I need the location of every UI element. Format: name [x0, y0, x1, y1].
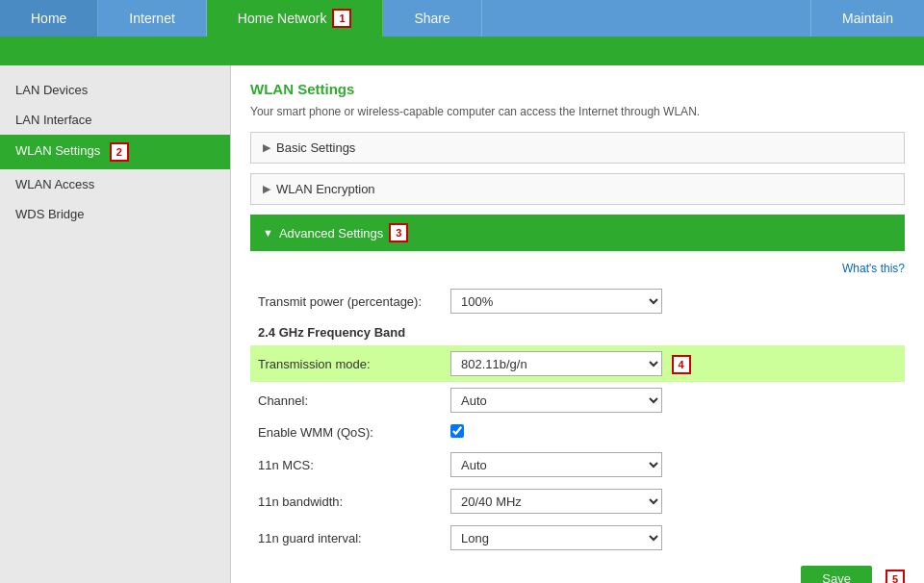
transmit-power-value-cell: 100% [443, 283, 905, 319]
step-badge-4: 4 [672, 355, 691, 374]
row-freq-band: 2.4 GHz Frequency Band [250, 319, 905, 345]
section-basic-settings[interactable]: ▶ Basic Settings [250, 132, 905, 164]
tab-home-network-label: Home Network [238, 11, 327, 26]
mcs-label: 11n MCS: [250, 446, 443, 483]
sidebar-item-lan-devices[interactable]: LAN Devices [0, 75, 230, 105]
guard-select[interactable]: Long [450, 525, 662, 550]
save-button[interactable]: Save [801, 566, 872, 583]
sub-header [0, 37, 924, 65]
sidebar-item-wlan-settings-label: WLAN Settings [15, 143, 100, 158]
sidebar-item-lan-interface[interactable]: LAN Interface [0, 105, 230, 135]
row-bandwidth: 11n bandwidth: 20/40 MHz [250, 483, 905, 520]
transmission-mode-value-cell: 802.11b/g/n 4 [443, 345, 905, 382]
freq-band-label: 2.4 GHz Frequency Band [250, 319, 905, 345]
page-title: WLAN Settings [250, 81, 905, 97]
sidebar: LAN Devices LAN Interface WLAN Settings … [0, 65, 231, 583]
step-badge-5: 5 [886, 570, 905, 584]
channel-value-cell: Auto [443, 382, 905, 418]
content-area: WLAN Settings Your smart phone or wirele… [231, 65, 924, 583]
settings-form: Transmit power (percentage): 100% 2.4 GH… [250, 283, 905, 556]
row-guard-interval: 11n guard interval: Long [250, 520, 905, 556]
channel-select[interactable]: Auto [450, 388, 662, 413]
step-badge-3: 3 [389, 223, 408, 242]
transmit-power-select[interactable]: 100% [450, 289, 662, 314]
arrow-icon-advanced: ▼ [263, 227, 273, 239]
channel-label: Channel: [250, 382, 443, 418]
arrow-icon-encryption: ▶ [263, 183, 270, 195]
sidebar-item-wlan-settings[interactable]: WLAN Settings 2 [0, 135, 230, 169]
whats-this-container: What's this? [250, 261, 905, 275]
bandwidth-value-cell: 20/40 MHz [443, 483, 905, 520]
bandwidth-select[interactable]: 20/40 MHz [450, 489, 662, 514]
row-wmm: Enable WMM (QoS): [250, 418, 905, 446]
row-mcs: 11n MCS: Auto [250, 446, 905, 483]
tab-home-network[interactable]: Home Network 1 [207, 0, 384, 37]
step-badge-1: 1 [332, 9, 351, 28]
section-advanced-settings-label: Advanced Settings [279, 226, 383, 241]
main-layout: LAN Devices LAN Interface WLAN Settings … [0, 65, 924, 583]
tab-share[interactable]: Share [383, 0, 481, 37]
section-wlan-encryption-label: WLAN Encryption [276, 182, 375, 196]
guard-label: 11n guard interval: [250, 520, 443, 556]
tab-internet[interactable]: Internet [98, 0, 206, 37]
tab-home[interactable]: Home [0, 0, 98, 37]
bandwidth-label: 11n bandwidth: [250, 483, 443, 520]
mcs-value-cell: Auto [443, 446, 905, 483]
wmm-value-cell [443, 418, 905, 446]
guard-value-cell: Long [443, 520, 905, 556]
section-basic-settings-label: Basic Settings [276, 140, 355, 155]
row-transmission-mode: Transmission mode: 802.11b/g/n 4 [250, 345, 905, 382]
arrow-icon-basic: ▶ [263, 141, 270, 154]
transmission-mode-label: Transmission mode: [250, 345, 443, 382]
whats-this-link[interactable]: What's this? [842, 262, 905, 275]
save-area: Save 5 [250, 566, 905, 583]
step-badge-2: 2 [110, 142, 129, 162]
wmm-checkbox[interactable] [450, 424, 464, 438]
sidebar-item-wlan-access[interactable]: WLAN Access [0, 169, 230, 199]
section-advanced-settings[interactable]: ▼ Advanced Settings 3 [250, 215, 905, 251]
tab-maintain[interactable]: Maintain [810, 0, 924, 37]
row-transmit-power: Transmit power (percentage): 100% [250, 283, 905, 319]
sidebar-item-wds-bridge[interactable]: WDS Bridge [0, 199, 230, 229]
transmit-power-label: Transmit power (percentage): [250, 283, 443, 319]
top-navigation: Home Internet Home Network 1 Share Maint… [0, 0, 924, 37]
wmm-label: Enable WMM (QoS): [250, 418, 443, 446]
transmission-mode-select[interactable]: 802.11b/g/n [450, 351, 662, 376]
page-description: Your smart phone or wireless-capable com… [250, 105, 905, 118]
row-channel: Channel: Auto [250, 382, 905, 418]
mcs-select[interactable]: Auto [450, 452, 662, 477]
section-wlan-encryption[interactable]: ▶ WLAN Encryption [250, 173, 905, 205]
